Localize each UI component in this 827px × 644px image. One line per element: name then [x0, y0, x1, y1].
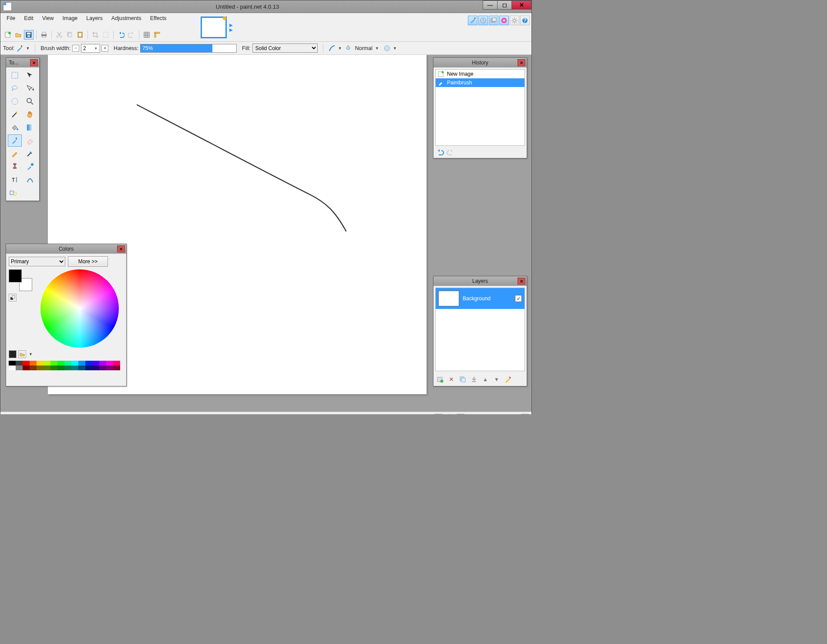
brushwidth-input[interactable]	[81, 44, 100, 53]
wheel-indicator[interactable]	[78, 307, 81, 310]
tool-rect-select[interactable]	[8, 69, 22, 81]
tools-toggle[interactable]	[468, 16, 477, 25]
palette-swatch[interactable]	[37, 361, 44, 366]
palette-swatch[interactable]	[113, 366, 120, 370]
swap-colors-icon[interactable]	[9, 294, 17, 302]
grid-button[interactable]	[142, 30, 151, 40]
open-button[interactable]	[13, 30, 23, 40]
history-item-newimage[interactable]: New Image	[436, 70, 524, 78]
tool-clone[interactable]	[8, 161, 22, 173]
palette-swatch[interactable]	[92, 366, 99, 370]
palette-swatch[interactable]	[9, 361, 16, 366]
tools-panel-close[interactable]: ✕	[30, 59, 38, 66]
close-button[interactable]: ✕	[511, 0, 531, 10]
tool-fill[interactable]	[8, 121, 22, 134]
tool-pencil[interactable]	[8, 148, 22, 160]
layer-add-button[interactable]	[435, 375, 445, 384]
tool-shapes[interactable]	[8, 187, 22, 199]
print-button[interactable]	[39, 30, 49, 40]
palette-swatch[interactable]	[106, 366, 113, 370]
palette-dropdown[interactable]: ▼	[29, 352, 33, 356]
primary-color[interactable]	[9, 269, 22, 282]
color-selector[interactable]: Primary	[9, 257, 65, 266]
blend-dropdown[interactable]: ▼	[375, 46, 379, 50]
menu-view[interactable]: View	[39, 14, 57, 23]
tool-eraser[interactable]	[23, 134, 37, 147]
tool-gradient[interactable]	[23, 121, 37, 134]
color-wheel[interactable]	[40, 269, 119, 348]
palette-swatch[interactable]	[71, 366, 78, 370]
history-list[interactable]: New Image Paintbrush	[435, 69, 525, 146]
blend-icon[interactable]	[345, 45, 351, 52]
layer-delete-button[interactable]: ✕	[447, 375, 456, 384]
fgbg-swatch[interactable]	[9, 269, 32, 291]
layer-properties-button[interactable]	[503, 375, 513, 384]
history-undo[interactable]	[436, 149, 444, 156]
history-panel-title[interactable]: History ✕	[434, 58, 527, 67]
layer-merge-button[interactable]	[469, 375, 479, 384]
cut-button[interactable]	[54, 30, 64, 40]
layers-list[interactable]: Background ✓	[435, 288, 525, 371]
history-panel-close[interactable]: ✕	[518, 59, 525, 66]
palette-swatch[interactable]	[50, 366, 57, 370]
antialias-icon[interactable]	[329, 45, 336, 52]
overwrite-dropdown[interactable]: ▼	[393, 46, 397, 50]
tool-move-selection[interactable]	[23, 69, 37, 81]
tool-paintbrush[interactable]	[8, 134, 22, 147]
copy-button[interactable]	[65, 30, 74, 40]
palette-swatch[interactable]	[30, 361, 37, 366]
layer-movedown-button[interactable]: ▼	[492, 375, 501, 384]
tool-magic-wand[interactable]	[8, 108, 22, 121]
tool-ellipse-select[interactable]	[8, 95, 22, 107]
layers-toggle[interactable]	[489, 16, 498, 25]
layers-panel-close[interactable]: ✕	[518, 278, 525, 285]
palette-swatch[interactable]	[30, 366, 37, 370]
brushwidth-increase[interactable]: +	[101, 45, 108, 52]
brushwidth-dropdown[interactable]: ▾	[95, 46, 97, 50]
palette-swatch[interactable]	[71, 361, 78, 366]
palette-swatch[interactable]	[78, 366, 85, 370]
undo-button[interactable]	[116, 30, 126, 40]
colors-toggle[interactable]	[499, 16, 509, 25]
palette-swatch[interactable]	[37, 366, 44, 370]
layers-panel-title[interactable]: Layers ✕	[434, 276, 527, 286]
blend-mode[interactable]: Normal	[355, 45, 372, 51]
layer-row-background[interactable]: Background ✓	[436, 288, 524, 309]
menu-file[interactable]: File	[3, 14, 19, 23]
palette-swatch[interactable]	[16, 361, 23, 366]
palette-swatch[interactable]	[78, 361, 85, 366]
tool-recolor[interactable]	[23, 161, 37, 173]
hardness-slider[interactable]: 75%	[140, 44, 237, 53]
palette-swatch[interactable]	[16, 366, 23, 370]
menu-layers[interactable]: Layers	[83, 14, 106, 23]
document-list-dropdown[interactable]: ▶▶	[229, 23, 233, 32]
settings-button[interactable]	[510, 16, 519, 25]
palette-swatch[interactable]	[99, 366, 106, 370]
colors-more-button[interactable]: More >>	[68, 256, 108, 267]
tool-colorpicker[interactable]	[23, 148, 37, 160]
history-item-paintbrush[interactable]: Paintbrush	[436, 78, 524, 87]
tool-zoom[interactable]	[23, 95, 37, 107]
tool-lasso[interactable]	[8, 82, 22, 94]
zoom-fit-button[interactable]	[434, 414, 442, 415]
document-thumb[interactable]	[201, 17, 227, 38]
tool-move-pixels[interactable]: +	[23, 82, 37, 94]
palette-swatch[interactable]	[64, 361, 71, 366]
colors-panel-title[interactable]: Colors ✕	[6, 244, 126, 254]
palette-swatch[interactable]	[113, 361, 120, 366]
history-redo[interactable]	[447, 149, 454, 156]
menu-adjustments[interactable]: Adjustments	[108, 14, 145, 23]
palette-swatch[interactable]	[9, 366, 16, 370]
menu-image[interactable]: Image	[59, 14, 81, 23]
tool-line[interactable]	[23, 174, 37, 186]
zoom-in-button[interactable]: +	[521, 414, 529, 415]
deselect-button[interactable]	[101, 30, 111, 40]
help-button[interactable]: ?	[520, 16, 530, 25]
menu-effects[interactable]: Effects	[147, 14, 170, 23]
paste-button[interactable]	[75, 30, 85, 40]
brushwidth-decrease[interactable]: −	[72, 45, 79, 52]
palette-swatch[interactable]	[23, 361, 30, 366]
layer-duplicate-button[interactable]	[458, 375, 467, 384]
minimize-button[interactable]: —	[483, 0, 498, 10]
menu-edit[interactable]: Edit	[20, 14, 37, 23]
